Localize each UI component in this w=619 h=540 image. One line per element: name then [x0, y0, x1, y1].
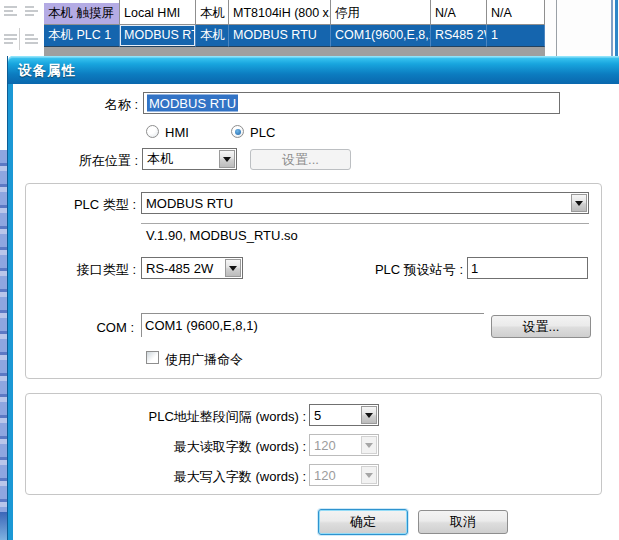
toolbar-separator	[19, 28, 20, 50]
panel-divider	[615, 0, 618, 56]
hmi-radio-label: HMI	[165, 125, 189, 140]
left-toolbar-icons	[0, 150, 8, 512]
plc-settings-groupbox: PLC 类型 : MODBUS RTU V.1.90, MODBUS_RTU.s…	[25, 183, 602, 379]
dialog-body: 名称 : MODBUS RTU HMI PLC 所在位置 : 本机 设置... …	[8, 84, 619, 540]
interface-label: 接口类型 :	[36, 261, 136, 279]
cell-model[interactable]: MODBUS RTU	[229, 25, 331, 47]
com-display: COM1 (9600,E,8,1)	[141, 313, 484, 337]
plc-radio[interactable]	[231, 125, 244, 138]
left-toolbar-footer	[0, 512, 8, 540]
driver-separator-line	[141, 223, 589, 224]
cell-model[interactable]: MT8104iH (800 x...	[229, 3, 331, 25]
max-read-label: 最大读取字数 (words) :	[46, 438, 306, 456]
cell-device-type[interactable]: Local HMI	[120, 3, 196, 25]
com-label: COM :	[56, 320, 134, 335]
hmi-radio[interactable]	[146, 125, 159, 138]
ok-button[interactable]: 确定	[318, 509, 408, 535]
plc-radio-label: PLC	[250, 125, 275, 140]
cell-station[interactable]: 1	[487, 25, 545, 47]
broadcast-checkbox[interactable]	[146, 351, 159, 364]
device-properties-dialog: 设备属性 名称 : MODBUS RTU HMI PLC 所在位置 : 本机 设…	[8, 56, 619, 540]
cell-station[interactable]: N/A	[487, 3, 545, 25]
station-input-value: 1	[471, 261, 478, 276]
cancel-button[interactable]: 取消	[418, 510, 508, 534]
max-write-value: 120	[314, 468, 336, 483]
address-interval-groupbox: PLC地址整段间隔 (words) : 5 最大读取字数 (words) : 1…	[25, 393, 602, 495]
max-read-value: 120	[314, 438, 336, 453]
dropdown-arrow-icon	[361, 466, 377, 484]
right-panel-fragment	[545, 0, 619, 56]
com-settings-button[interactable]: 设置...	[491, 315, 591, 338]
max-write-combobox: 120	[309, 464, 379, 486]
location-settings-button[interactable]: 设置...	[250, 149, 351, 170]
size-toolbar-icon[interactable]	[3, 32, 18, 46]
name-input[interactable]: MODBUS RTU	[143, 92, 560, 114]
location-value: 本机	[147, 150, 173, 168]
location-label: 所在位置 :	[28, 152, 138, 170]
broadcast-checkbox-label: 使用广播命令	[165, 351, 243, 369]
plc-type-label: PLC 类型 :	[36, 196, 136, 214]
dropdown-arrow-icon[interactable]	[225, 259, 241, 277]
cell-device-name[interactable]: 本机 触摸屏	[44, 3, 120, 25]
table-row-local-hmi[interactable]: 本机 触摸屏 Local HMI 本机 MT8104iH (800 x... 停…	[44, 3, 545, 25]
plc-type-combobox[interactable]: MODBUS RTU	[141, 192, 589, 214]
station-input[interactable]: 1	[467, 257, 588, 279]
dialog-title-bar[interactable]: 设备属性	[8, 56, 619, 84]
cell-location[interactable]: 本机	[196, 3, 229, 25]
driver-version-text: V.1.90, MODBUS_RTU.so	[146, 228, 298, 243]
cell-interface[interactable]: RS485 2W	[431, 25, 487, 47]
dropdown-arrow-icon[interactable]	[571, 194, 587, 212]
panel-divider	[556, 0, 557, 56]
panel-divider	[611, 0, 613, 56]
max-read-combobox: 120	[309, 434, 379, 456]
name-label: 名称 :	[38, 96, 138, 114]
com-value: COM1 (9600,E,8,1)	[145, 318, 258, 333]
dialog-title: 设备属性	[18, 62, 76, 80]
max-write-label: 最大写入字数 (words) :	[46, 468, 306, 486]
table-footer-strip	[44, 47, 545, 56]
dropdown-arrow-icon	[361, 436, 377, 454]
dropdown-arrow-icon[interactable]	[361, 406, 377, 424]
location-combobox[interactable]: 本机	[142, 148, 237, 170]
interval-combobox[interactable]: 5	[309, 404, 379, 426]
name-input-value: MODBUS RTU	[147, 95, 238, 112]
size-toolbar-icon[interactable]	[24, 32, 39, 46]
dropdown-arrow-icon[interactable]	[219, 150, 235, 168]
cell-com[interactable]: COM1(9600,E,8,1)	[331, 25, 431, 47]
interval-value: 5	[314, 408, 321, 423]
cell-com[interactable]: 停用	[331, 3, 431, 25]
device-table: 本机 触摸屏 Local HMI 本机 MT8104iH (800 x... 停…	[44, 0, 545, 47]
cell-device-name[interactable]: 本机 PLC 1	[44, 25, 120, 47]
align-toolbar-icon[interactable]	[24, 4, 39, 18]
table-row-plc-selected[interactable]: 本机 PLC 1 MODBUS RTU 本机 MODBUS RTU COM1(9…	[44, 25, 545, 47]
cell-interface[interactable]: N/A	[431, 3, 487, 25]
interval-label: PLC地址整段间隔 (words) :	[46, 408, 306, 426]
cell-device-type-focused[interactable]: MODBUS RTU	[120, 25, 196, 47]
left-toolbar-fragment	[0, 55, 8, 540]
interface-combobox[interactable]: RS-485 2W	[141, 257, 243, 279]
station-label: PLC 预设站号 :	[346, 261, 463, 279]
cell-location[interactable]: 本机	[196, 25, 229, 47]
plc-type-value: MODBUS RTU	[146, 196, 233, 211]
interface-value: RS-485 2W	[146, 261, 213, 276]
align-toolbar-icon[interactable]	[3, 4, 18, 18]
